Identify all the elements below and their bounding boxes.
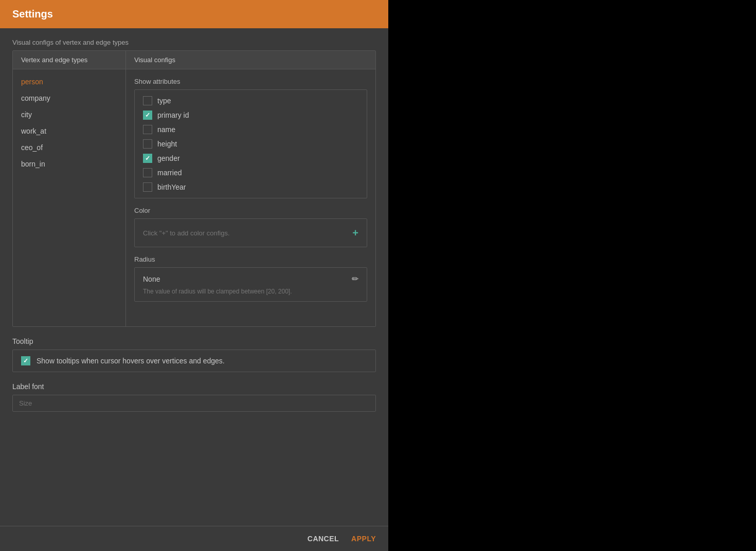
visual-config-panel: Show attributes type primary id xyxy=(126,69,375,326)
attr-label-gender: gender xyxy=(157,154,180,162)
dialog-body: Visual configs of vertex and edge types … xyxy=(0,28,388,526)
color-section: Color Click "+" to add color configs. + xyxy=(134,207,367,247)
vertex-item-company[interactable]: company xyxy=(13,90,125,106)
attr-row-height: height xyxy=(143,139,358,149)
checkbox-height[interactable] xyxy=(143,139,152,149)
vertex-edge-table: Vertex and edge types Visual configs per… xyxy=(12,50,376,327)
show-attributes-section: Show attributes type primary id xyxy=(134,78,367,198)
dialog-footer: CANCEL APPLY xyxy=(0,526,388,551)
attributes-box: type primary id name xyxy=(134,89,367,198)
tooltip-section: Tooltip Show tooltips when cursor hovers… xyxy=(12,337,376,372)
vertex-item-city[interactable]: city xyxy=(13,106,125,123)
radius-section: Radius None ✏ The value of radius will b… xyxy=(134,255,367,302)
attr-row-gender: gender xyxy=(143,154,358,163)
checkbox-tooltip[interactable] xyxy=(21,356,30,365)
checkbox-gender[interactable] xyxy=(143,154,152,163)
attr-row-name: name xyxy=(143,125,358,134)
label-font-label: Label font xyxy=(12,382,376,391)
radius-edit-button[interactable]: ✏ xyxy=(352,274,358,284)
attr-row-primary-id: primary id xyxy=(143,111,358,120)
dialog-header: Settings xyxy=(0,0,388,28)
attr-label-type: type xyxy=(157,97,171,105)
vertex-item-born-in[interactable]: born_in xyxy=(13,156,125,172)
apply-button[interactable]: APPLY xyxy=(351,535,376,543)
radius-value-row: None ✏ xyxy=(143,274,358,284)
vertex-item-ceo-of[interactable]: ceo_of xyxy=(13,139,125,156)
color-placeholder: Click "+" to add color configs. xyxy=(143,229,230,237)
table-header: Vertex and edge types Visual configs xyxy=(13,51,375,69)
radius-box: None ✏ The value of radius will be clamp… xyxy=(134,267,367,302)
attr-label-married: married xyxy=(157,169,182,177)
show-attributes-label: Show attributes xyxy=(134,78,367,85)
attr-label-primary-id: primary id xyxy=(157,111,189,119)
checkbox-type[interactable] xyxy=(143,96,152,105)
vertex-item-person[interactable]: person xyxy=(13,74,125,90)
checkbox-married[interactable] xyxy=(143,168,152,177)
section-subtitle: Visual configs of vertex and edge types xyxy=(12,39,376,46)
vertex-list: person company city work_at ceo_of born_… xyxy=(13,69,126,326)
table-body: person company city work_at ceo_of born_… xyxy=(13,69,375,326)
color-label: Color xyxy=(134,207,367,214)
tooltip-box: Show tooltips when cursor hovers over ve… xyxy=(12,350,376,372)
add-color-button[interactable]: + xyxy=(352,227,358,239)
vertex-item-work-at[interactable]: work_at xyxy=(13,123,125,139)
settings-dialog: Settings Visual configs of vertex and ed… xyxy=(0,0,388,551)
cancel-button[interactable]: CANCEL xyxy=(308,535,339,543)
radius-label: Radius xyxy=(134,255,367,263)
col-header-visual: Visual configs xyxy=(126,51,375,69)
col-header-vertex: Vertex and edge types xyxy=(13,51,126,69)
attr-label-name: name xyxy=(157,125,175,134)
color-box: Click "+" to add color configs. + xyxy=(134,218,367,247)
attr-row-married: married xyxy=(143,168,358,177)
dialog-title: Settings xyxy=(12,8,376,20)
visual-configs-section: Visual configs of vertex and edge types … xyxy=(12,39,376,327)
radius-value: None xyxy=(143,275,160,283)
attr-row-type: type xyxy=(143,96,358,105)
attr-row-birthyear: birthYear xyxy=(143,182,358,192)
label-font-input[interactable] xyxy=(12,395,376,412)
attr-label-birthyear: birthYear xyxy=(157,183,186,191)
checkbox-primary-id[interactable] xyxy=(143,111,152,120)
checkbox-birthyear[interactable] xyxy=(143,182,152,192)
checkbox-name[interactable] xyxy=(143,125,152,134)
tooltip-section-label: Tooltip xyxy=(12,337,376,345)
attr-label-height: height xyxy=(157,140,177,148)
radius-hint: The value of radius will be clamped betw… xyxy=(143,288,358,295)
label-font-section: Label font xyxy=(12,382,376,412)
tooltip-text: Show tooltips when cursor hovers over ve… xyxy=(37,357,225,365)
